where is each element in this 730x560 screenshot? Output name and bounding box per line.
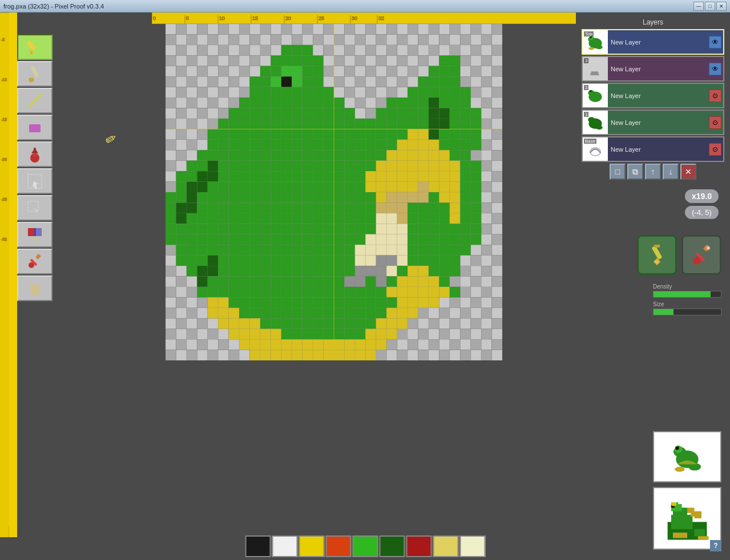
svg-text:-5: -5 [1,38,5,42]
svg-text:20: 20 [285,15,291,21]
svg-point-56 [588,117,595,122]
svg-rect-38 [34,228,42,236]
eyedropper-icon [26,253,44,271]
layer-item-base[interactable]: Base New Layer ⊙ [582,136,724,162]
stamp-tool[interactable] [17,222,53,247]
eyedropper-tool-icon [690,244,713,266]
svg-rect-17 [0,13,9,526]
layer-name-1: New Layer [608,119,709,126]
color-swatch-light-yellow[interactable] [433,535,458,557]
minimize-button[interactable]: — [693,2,704,11]
eraser-tool[interactable] [17,115,53,140]
svg-rect-26 [26,40,37,50]
left-yellow-bar [9,13,17,537]
layer-item-2[interactable]: 2 New Layer ⊙ [582,83,724,108]
svg-text:-20: -20 [1,157,7,161]
layer-name-3: New Layer [608,66,709,72]
svg-point-48 [588,47,594,50]
svg-rect-62 [654,245,660,247]
color-swatch-black[interactable] [245,535,271,557]
sliders-section: Density Size [653,283,721,319]
layer-eye-top[interactable]: 👁 [709,36,721,48]
fill-tool[interactable] [17,141,53,167]
color-swatch-yellow[interactable] [299,535,324,557]
pixel-art-canvas[interactable] [166,24,502,360]
color-swatch-orange[interactable] [325,535,351,557]
color-swatch-white[interactable] [272,535,297,557]
layer-badge-top: Top [584,31,594,36]
magic-wand-icon [26,199,44,217]
layer-controls: □ ⧉ ↑ ↓ ✕ [582,164,724,180]
layer-name-2: New Layer [608,92,709,99]
svg-marker-61 [654,258,660,265]
brush-tool[interactable] [17,61,53,87]
layer-eye-1[interactable]: ⊙ [709,116,721,129]
move-layer-up-button[interactable]: ↑ [645,164,661,180]
svg-point-47 [596,45,603,49]
layer-badge-2: 2 [584,85,588,90]
line-tool[interactable] [17,88,53,113]
svg-rect-85 [695,529,705,537]
maximize-button[interactable]: □ [705,2,715,11]
density-slider[interactable] [653,291,721,298]
layer-badge-base: Base [584,139,596,144]
layer-eye-3[interactable]: 👁 [709,63,721,75]
color-swatch-green[interactable] [352,535,378,557]
size-slider[interactable] [653,309,721,315]
layer-name-top: New Layer [608,39,709,46]
svg-text:32: 32 [378,15,384,21]
svg-rect-31 [29,124,41,132]
svg-point-57 [596,125,603,129]
help-button[interactable]: ? [710,540,721,551]
layer-item-1[interactable]: 1 New Layer ⊙ [582,109,724,135]
svg-text:-32: -32 [1,237,7,241]
svg-text:10: 10 [219,15,225,21]
layer-eye-base[interactable]: ⊙ [709,143,721,156]
titlebar: frog.pxa (32x32) - Pixel Proof v0.3.4 — … [0,0,730,13]
preview-small [653,431,721,482]
primary-tool-button[interactable] [637,235,677,275]
svg-text:25: 25 [318,15,324,21]
svg-point-29 [29,78,34,82]
brush-icon [26,65,44,83]
duplicate-layer-button[interactable]: ⧉ [627,164,643,180]
hand-tool[interactable] [17,275,53,301]
eraser-icon [26,119,44,137]
move-layer-down-button[interactable]: ↓ [663,164,679,180]
layer-eye-2[interactable]: ⊙ [709,90,721,102]
size-label: Size [653,301,721,307]
svg-point-46 [590,36,591,38]
magic-wand-tool[interactable] [17,195,53,221]
pencil-tool[interactable] [17,34,53,60]
window-title: frog.pxa (32x32) - Pixel Proof v0.3.4 [3,3,692,10]
svg-rect-84 [673,533,687,538]
layer-item-top[interactable]: Top New Layer 👁 [582,29,724,55]
density-fill [654,291,711,297]
secondary-tool-button[interactable] [681,235,721,275]
canvas-container [166,24,502,360]
svg-text:-15: -15 [1,117,7,121]
svg-point-71 [675,446,679,450]
eyedropper-tool[interactable] [17,249,53,274]
pencil-tool-icon [646,244,668,266]
svg-point-66 [707,246,710,250]
svg-text:0: 0 [153,15,156,21]
new-layer-button[interactable]: □ [610,164,626,180]
color-palette [245,535,485,557]
svg-text:-10: -10 [1,78,7,82]
color-swatch-cream[interactable] [459,535,485,557]
color-swatch-dark-green[interactable] [379,535,405,557]
svg-marker-34 [31,148,38,153]
close-button[interactable]: ✕ [716,2,727,11]
layer-name-base: New Layer [608,146,709,153]
stamp-icon [26,226,44,244]
delete-layer-button[interactable]: ✕ [680,164,696,180]
svg-text:15: 15 [252,15,258,21]
select-tool[interactable] [17,168,53,194]
svg-text:-25: -25 [1,197,7,201]
layer-item-3[interactable]: 3 New Layer 👁 [582,56,724,82]
size-fill [654,309,673,315]
preview-section [653,431,721,554]
layers-title: Layers [582,18,724,26]
color-swatch-red[interactable] [406,535,431,557]
